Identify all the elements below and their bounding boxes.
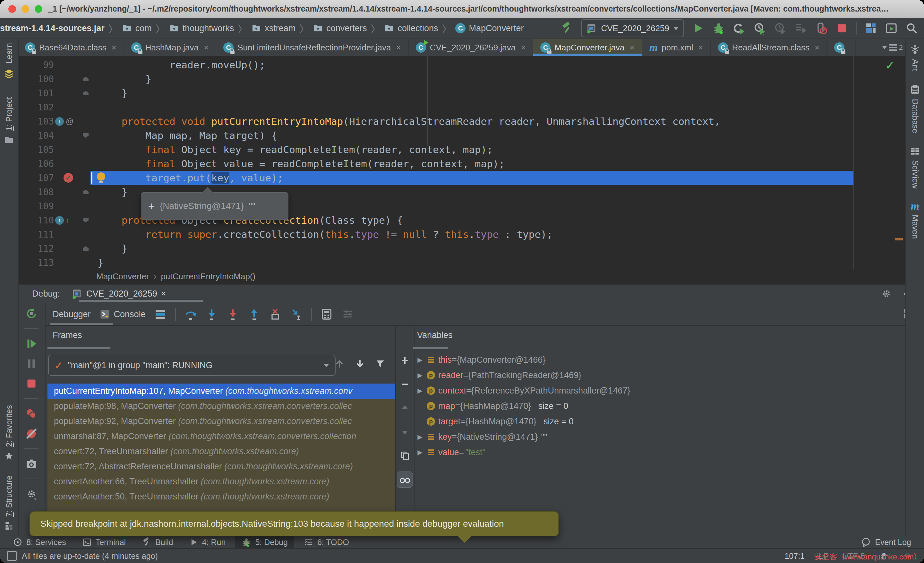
close-window-button[interactable] — [8, 5, 16, 13]
fold-marker[interactable] — [83, 133, 88, 138]
code-line-111[interactable]: 111 return super.createCollection(this.t… — [18, 227, 906, 242]
multirun-dim-icon[interactable] — [794, 22, 807, 35]
balloon-ic-icon[interactable] — [861, 537, 871, 547]
caret-position[interactable]: 107:1 — [784, 551, 805, 561]
close-icon[interactable]: × — [204, 43, 208, 53]
breadcrumb-item[interactable]: thoughtworks — [169, 23, 234, 33]
stack-frame[interactable]: convertAnother:50, TreeUnmarshaller (com… — [48, 489, 395, 504]
editor-tab[interactable]: mpom.xml× — [642, 39, 711, 56]
hammer-gray-icon[interactable] — [142, 537, 152, 547]
breadcrumb-method[interactable]: putCurrentEntryIntoMap() — [161, 272, 255, 281]
code-line-107[interactable]: 107 ✓ target.put(key, value); — [18, 171, 906, 185]
star-icon[interactable] — [4, 451, 14, 461]
close-icon[interactable]: × — [814, 43, 819, 53]
inspections-ok-icon[interactable]: ✓ — [885, 59, 895, 72]
breadcrumb-item[interactable]: xstream — [251, 23, 296, 33]
gear-icon[interactable] — [880, 288, 892, 300]
stop-icon[interactable] — [25, 377, 38, 390]
code-editor[interactable]: 99 reader.moveUp(); 100 } 101 } 102 103 … — [18, 56, 906, 284]
close-icon[interactable]: × — [161, 289, 166, 299]
variable-row[interactable]: p map = {HashMap@1470} size = 0 — [414, 398, 906, 414]
search-everywhere-icon[interactable] — [905, 22, 918, 35]
breadcrumb-item[interactable]: collections — [384, 23, 438, 33]
variable-row[interactable]: ▶ key = {NativeString@1471} "" — [414, 429, 906, 444]
expand-icon[interactable]: ▶ — [414, 371, 425, 379]
fold-marker[interactable] — [83, 91, 88, 95]
build-hammer-icon[interactable] — [561, 22, 573, 35]
fold-marker[interactable] — [83, 190, 88, 194]
services-icon[interactable] — [13, 537, 22, 547]
debug-bug-icon[interactable] — [712, 22, 725, 35]
fold-marker[interactable] — [83, 218, 88, 222]
sciview-icon[interactable] — [910, 146, 920, 156]
run-to-cursor-icon[interactable] — [290, 308, 303, 321]
breadcrumb-item[interactable]: CMapConverter — [455, 23, 524, 33]
breadcrumb-class[interactable]: MapConverter — [96, 272, 149, 281]
stack-frame[interactable]: convert:72, AbstractReferenceUnmarshalle… — [48, 459, 395, 474]
arrow-up-dim-icon[interactable] — [334, 358, 345, 369]
tab-debugger[interactable]: Debugger — [52, 303, 91, 325]
profiler-icon[interactable] — [753, 22, 766, 35]
trace-dim-icon[interactable] — [341, 308, 354, 321]
add-button[interactable] — [397, 353, 412, 368]
resume-icon[interactable] — [25, 337, 38, 350]
attach-icon[interactable] — [815, 22, 828, 35]
toolwindow-button-5-debug[interactable]: 5: Debug — [235, 535, 294, 549]
structure-window-icon[interactable] — [864, 22, 877, 35]
code-line-113[interactable]: 113 } — [18, 255, 906, 270]
editor-tab[interactable]: CReadAllStream.class× — [711, 39, 827, 56]
tool-window-button-2-favorites[interactable]: 2: Favorites — [4, 405, 14, 461]
step-over-icon[interactable] — [184, 308, 197, 321]
close-icon[interactable]: × — [698, 43, 703, 53]
editor-tab[interactable]: CBase64Data.class× — [18, 39, 124, 56]
database-icon[interactable] — [910, 84, 921, 95]
variable-row[interactable]: ▶ value = "test" — [414, 444, 906, 460]
code-line-101[interactable]: 101 } — [18, 86, 906, 100]
view-breakpoints-icon[interactable] — [25, 407, 38, 420]
terminal-b-icon[interactable] — [82, 537, 92, 547]
thread-dump-icon[interactable] — [25, 457, 38, 470]
hidden-tabs-dropdown[interactable]: 2 — [882, 40, 903, 55]
expand-icon[interactable]: ▶ — [414, 433, 425, 441]
breadcrumb-item[interactable]: com — [122, 23, 152, 33]
tool-window-button-sciview[interactable]: SciView — [910, 146, 920, 188]
stack-frame[interactable]: populateMap:92, MapConverter (com.though… — [48, 414, 395, 429]
tool-window-button-7-structure[interactable]: 7: Structure — [4, 475, 14, 531]
code-line-112[interactable]: 112 } — [18, 242, 906, 255]
code-line-105[interactable]: 105 final Object key = readCompleteItem(… — [18, 143, 906, 157]
run-window-icon[interactable] — [885, 22, 898, 35]
run-icon[interactable] — [692, 22, 705, 35]
ant-icon[interactable] — [910, 44, 921, 55]
variable-row[interactable]: ▶p reader = {PathTrackingReader@1469} — [414, 368, 906, 383]
code-line-106[interactable]: 106 final Object value = readCompleteIte… — [18, 157, 906, 171]
learn-icon[interactable] — [3, 68, 15, 79]
code-line-104[interactable]: 104 Map map, Map target) { — [18, 128, 906, 143]
code-line-103[interactable]: 103 ↓@ protected void putCurrentEntryInt… — [18, 114, 906, 128]
coverage-icon[interactable] — [733, 22, 746, 35]
funnel-icon[interactable] — [375, 358, 386, 369]
close-icon[interactable]: × — [396, 43, 401, 53]
stop-icon[interactable] — [836, 22, 848, 35]
skipped-breakpoint-balloon[interactable]: Skipped breakpoint at jdk.nashorn.intern… — [30, 511, 559, 536]
minimize-window-button[interactable] — [21, 5, 29, 13]
duplicate-button[interactable] — [397, 448, 412, 463]
variable-row[interactable]: p target = {HashMap@1470} size = 0 — [414, 414, 906, 429]
arrow-down-icon[interactable] — [354, 358, 366, 369]
run-configuration-select[interactable]: CVE_2020_26259 — [581, 19, 684, 37]
show-watches-button[interactable] — [397, 471, 413, 488]
thread-selector[interactable]: ✓ "main"@1 in group "main": RUNNING — [48, 355, 336, 376]
add-watch-icon[interactable]: + — [148, 200, 154, 213]
editor-tab[interactable]: CMapConverter.java× — [533, 39, 642, 56]
event-log-button[interactable]: Event Log — [854, 537, 918, 547]
editor-tab[interactable]: CHashMap.java× — [124, 39, 216, 56]
toolwindow-button-8-services[interactable]: 8: Services — [6, 535, 72, 549]
rerun-icon[interactable] — [25, 307, 38, 320]
layout-icon[interactable] — [154, 308, 167, 321]
tool-window-button-ant[interactable]: Ant — [910, 44, 921, 71]
pause-dim-icon[interactable] — [25, 357, 38, 370]
code-line-100[interactable]: 100 } — [18, 72, 906, 86]
close-icon[interactable]: × — [630, 43, 634, 53]
bug-gray-icon[interactable] — [242, 537, 251, 547]
editor-tab[interactable]: C — [827, 39, 856, 56]
move-down-dim-button[interactable] — [397, 424, 412, 440]
